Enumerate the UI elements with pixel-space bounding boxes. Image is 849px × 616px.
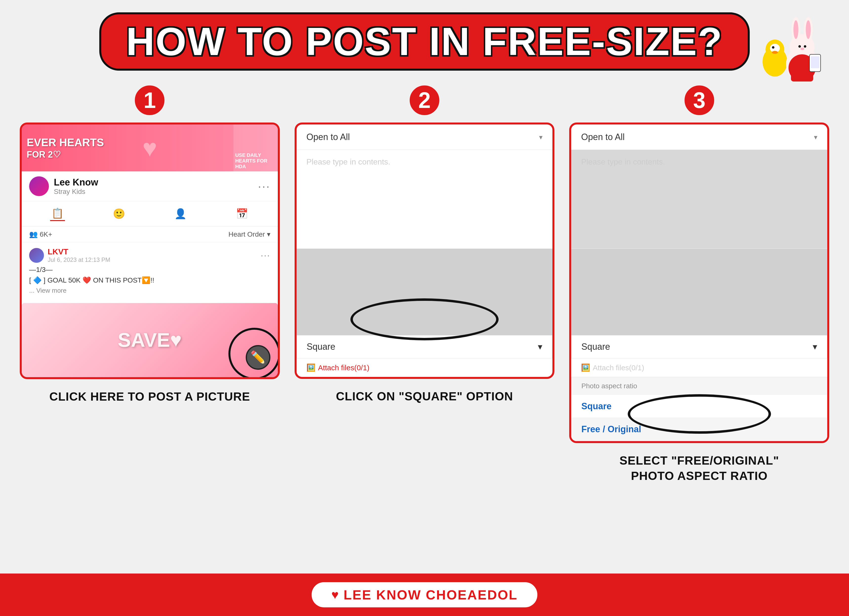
attach-icon: 🖼️ (307, 363, 316, 372)
profile-avatar (29, 176, 49, 196)
step2-visibility-dropdown[interactable]: Open to All ▾ (296, 124, 553, 150)
step1-banner: EVER HEARTS FOR 2♡ USE DAILY HEARTS FOR … (22, 124, 278, 172)
svg-point-13 (800, 48, 804, 50)
step3-aspect-dropdown[interactable]: Square ▾ (571, 335, 827, 358)
step-3-caption-line1: SELECT "FREE/ORIGINAL" (620, 454, 779, 467)
step3-dropdown-open: Photo aspect ratio Square Free / Origina… (571, 377, 827, 441)
step3-textarea[interactable]: Please type in contents. (571, 150, 827, 249)
step-3-caption: SELECT "FREE/ORIGINAL" PHOTO ASPECT RATI… (620, 453, 779, 484)
mascot-svg (755, 5, 829, 84)
step2-visibility-label: Open to All (307, 132, 350, 142)
option-free-original[interactable]: Free / Original (572, 418, 827, 441)
tab-profile[interactable]: 👤 (173, 206, 188, 221)
step3-aspect-label: Square (581, 342, 610, 352)
footer-text: LEE KNOW CHOEAEDOL (344, 587, 518, 603)
step3-visibility-dropdown[interactable]: Open to All ▾ (571, 124, 827, 150)
option-square[interactable]: Square (572, 395, 827, 418)
main-title: HOW TO POST IN FREE-SIZE? (126, 19, 723, 64)
svg-rect-17 (811, 56, 819, 68)
save-text: SAVE♥ (118, 329, 182, 352)
mascot-illustration (755, 5, 829, 84)
steps-row: 1 EVER HEARTS FOR 2♡ USE DAILY HEARTS FO… (0, 76, 849, 574)
step3-placeholder: Please type in contents. (581, 157, 665, 166)
step3-gray-area (571, 249, 827, 335)
title-banner: HOW TO POST IN FREE-SIZE? (99, 12, 749, 71)
step-1-caption: CLICK HERE TO POST A PICTURE (49, 389, 250, 404)
step2-chevron-down: ▾ (539, 133, 542, 141)
step-2-number: 2 (410, 85, 439, 115)
post-viewmore[interactable]: ... View more (29, 287, 270, 294)
step-1: 1 EVER HEARTS FOR 2♡ USE DAILY HEARTS FO… (20, 85, 280, 564)
step-1-number: 1 (135, 85, 164, 115)
step3-aspect-chevron: ▾ (813, 342, 817, 352)
step2-placeholder: Please type in contents. (307, 157, 390, 166)
step2-textarea[interactable]: Please type in contents. (296, 150, 553, 249)
svg-point-3 (772, 46, 775, 49)
step-2-phone: Open to All ▾ Please type in contents. S… (295, 122, 555, 379)
step3-attach-icon: 🖼️ (581, 363, 590, 372)
step2-attach-row[interactable]: 🖼️ Attach files(0/1) (296, 358, 553, 377)
svg-point-8 (794, 20, 798, 39)
post-date: Jul 6, 2023 at 12:13 PM (48, 257, 110, 263)
step3-visibility-label: Open to All (581, 132, 624, 142)
page-wrapper: HOW TO POST IN FREE-SIZE? (0, 0, 849, 616)
step2-aspect-chevron: ▾ (538, 342, 542, 352)
post-menu-dots[interactable]: ··· (261, 250, 270, 261)
photo-aspect-ratio-label: Photo aspect ratio (572, 377, 827, 395)
profile-group: Stray Kids (54, 188, 98, 195)
step-2: 2 Open to All ▾ Please type in contents.… (295, 85, 555, 564)
followers-count: 👥 6K+ (29, 230, 52, 238)
step-2-caption: CLICK ON "SQUARE" OPTION (336, 389, 513, 404)
step1-tabs: 📋 🙂 👤 📅 (22, 201, 278, 227)
step1-post: LKVT Jul 6, 2023 at 12:13 PM ··· —1/3— [… (22, 242, 278, 299)
footer: ♥ LEE KNOW CHOEAEDOL (0, 574, 849, 616)
step2-aspect-dropdown[interactable]: Square ▾ (296, 335, 553, 358)
svg-point-11 (798, 45, 801, 48)
profile-name: Lee Know (54, 177, 98, 188)
step-3: 3 Open to All ▾ Please type in contents.… (569, 85, 829, 564)
tab-emoji[interactable]: 🙂 (112, 206, 127, 221)
post-username: LKVT (48, 247, 110, 257)
banner-heart-deco: ♥ (143, 134, 157, 162)
svg-point-10 (806, 20, 811, 39)
step3-chevron-down: ▾ (814, 133, 818, 141)
post-line1: —1/3— (29, 266, 270, 274)
tab-posts[interactable]: 📋 (50, 206, 65, 221)
footer-heart-icon: ♥ (331, 588, 339, 602)
step3-attach-label: Attach files(0/1) (593, 364, 644, 372)
step-3-number: 3 (685, 85, 714, 115)
step2-aspect-label: Square (307, 342, 335, 352)
profile-menu-dots[interactable]: ··· (258, 179, 270, 193)
step1-profile-row: Lee Know Stray Kids ··· (22, 172, 278, 201)
post-meta: LKVT Jul 6, 2023 at 12:13 PM (48, 247, 110, 263)
svg-point-12 (804, 45, 806, 48)
step1-stats: 👥 6K+ Heart Order ▾ (22, 227, 278, 242)
step1-post-image: SAVE♥ ✏️ (22, 303, 278, 377)
step2-attach-label: Attach files(0/1) (318, 364, 369, 372)
svg-point-4 (772, 51, 778, 54)
header: HOW TO POST IN FREE-SIZE? (0, 0, 849, 76)
step-3-phone: Open to All ▾ Please type in contents. S… (569, 122, 829, 443)
post-user-row: LKVT Jul 6, 2023 at 12:13 PM ··· (29, 247, 270, 263)
tab-calendar[interactable]: 📅 (235, 206, 249, 221)
compose-annotation-ellipse (228, 328, 278, 377)
profile-info: Lee Know Stray Kids (54, 177, 98, 195)
post-content: [ 🔷 ] GOAL 50K ❤️ ON THIS POST🔽!! (29, 276, 270, 284)
banner-use-daily: USE DAILY HEARTS FOR HDA (235, 152, 276, 169)
step-1-phone: EVER HEARTS FOR 2♡ USE DAILY HEARTS FOR … (20, 122, 280, 379)
step3-attach-row[interactable]: 🖼️ Attach files(0/1) (571, 358, 827, 377)
step2-gray-area (296, 249, 553, 335)
step-3-caption-line2: PHOTO ASPECT RATIO (631, 469, 767, 482)
post-avatar (29, 248, 44, 263)
sort-label[interactable]: Heart Order ▾ (228, 230, 270, 238)
footer-badge: ♥ LEE KNOW CHOEAEDOL (312, 582, 538, 607)
